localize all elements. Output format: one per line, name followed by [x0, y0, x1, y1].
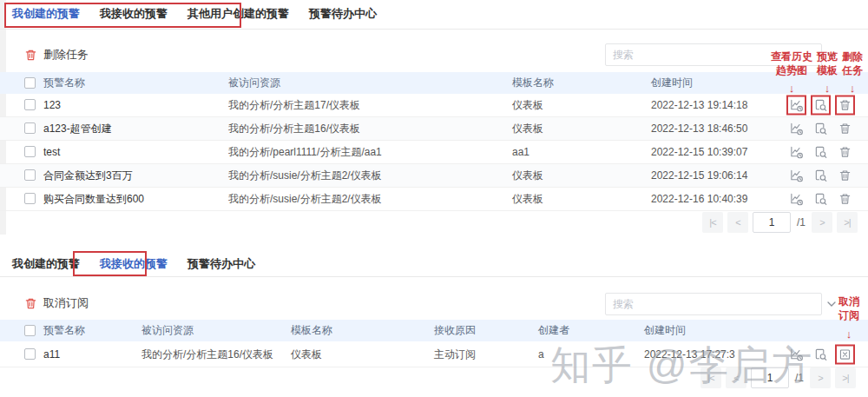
cell-resource: 我的分析/pearl1111/分析主题/aa1: [228, 141, 382, 163]
first-page-button[interactable]: |<: [700, 367, 721, 388]
row-checkbox[interactable]: [24, 348, 36, 360]
annotation-text: 订阅: [838, 309, 859, 321]
col-header-reason: 接收原因: [434, 320, 476, 341]
cell-reason: 主动订阅: [434, 341, 476, 367]
cell-alert-name: 123: [43, 94, 61, 116]
next-page-button[interactable]: >: [810, 367, 831, 388]
annotation-text: 取消: [838, 295, 859, 308]
next-page-button[interactable]: >: [812, 212, 832, 233]
template-preview-icon[interactable]: [811, 166, 831, 186]
tab-received-alerts[interactable]: 我接收的预警: [100, 0, 168, 29]
col-header-template: 模板名称: [512, 72, 554, 94]
row-checkbox[interactable]: [24, 146, 36, 157]
cell-template: aa1: [512, 141, 529, 163]
delete-icon[interactable]: [835, 189, 855, 209]
template-preview-icon[interactable]: [811, 189, 831, 209]
annotation-preview: 预览 模板 ↓: [817, 50, 838, 96]
table-row: a123-超管创建 我的分析/分析主题16/仪表板 仪表板 2022-12-13…: [0, 117, 868, 141]
cell-resource: 我的分析/分析主题16/仪表板: [228, 117, 360, 140]
trend-chart-icon[interactable]: [786, 189, 806, 209]
annotation-text: 趋势图: [776, 63, 807, 77]
annotation-text: 删除: [842, 50, 863, 63]
row-checkbox[interactable]: [24, 99, 36, 110]
row-checkbox[interactable]: [24, 122, 36, 134]
delete-icon[interactable]: [835, 119, 855, 139]
delete-icon[interactable]: [835, 96, 855, 116]
annotation-unsubscribe: 取消 订阅 ↓: [833, 294, 865, 341]
annotation-delete: 删除 任务 ↓: [842, 50, 863, 96]
tab-my-created-alerts-2[interactable]: 我创建的预警: [12, 250, 80, 276]
row-checkbox[interactable]: [24, 193, 36, 204]
down-arrow: ↓: [825, 82, 831, 96]
cell-created: 2022-12-13 17:27:3: [644, 341, 735, 367]
trash-icon: [24, 297, 37, 310]
unsubscribe-icon[interactable]: [835, 344, 855, 364]
cancel-subscription-button[interactable]: 取消订阅: [24, 295, 89, 311]
table-row: 123 我的分析/分析主题17/仪表板 仪表板 2022-12-13 19:14…: [0, 94, 868, 117]
cell-template: 仪表板: [512, 117, 543, 140]
col-header-resource: 被访问资源: [141, 320, 194, 341]
table-row: a11 我的分析/分析主题16/仪表板 仪表板 主动订阅 a 2022-12-1…: [0, 341, 868, 367]
col-header-created: 创建时间: [651, 72, 693, 94]
cell-created: 2022-12-16 10:40:39: [651, 188, 747, 210]
page-number-input[interactable]: [753, 212, 791, 233]
table2-header: 预警名称 被访问资源 模板名称 接收原因 创建者 创建时间: [0, 320, 868, 341]
col-header-resource: 被访问资源: [228, 72, 280, 94]
trend-chart-icon[interactable]: [786, 344, 806, 364]
down-arrow: ↓: [789, 82, 795, 96]
table-row: 购买合同数量达到600 我的分析/susie/分析主题2/仪表板 仪表板 202…: [0, 188, 868, 211]
template-preview-icon[interactable]: [811, 119, 831, 139]
cell-created: 2022-12-13 18:46:50: [651, 117, 747, 140]
tab-alert-todo-center[interactable]: 预警待办中心: [309, 0, 377, 29]
tab-my-created-alerts[interactable]: 我创建的预警: [12, 0, 80, 29]
page-total: /1: [795, 372, 804, 384]
cell-template: 仪表板: [512, 94, 543, 116]
cell-alert-name: 合同金额达到3百万: [43, 164, 133, 187]
cell-alert-name: test: [43, 141, 60, 163]
annotation-icon-labels: 查看历史 趋势图 ↓ 预览 模板 ↓ 删除 任务 ↓: [771, 50, 863, 96]
search-input-2[interactable]: [605, 293, 822, 315]
col-header-template: 模板名称: [291, 320, 332, 341]
delete-task-button[interactable]: 删除任务: [24, 47, 89, 63]
template-preview-icon[interactable]: [811, 344, 831, 364]
trend-chart-icon[interactable]: [786, 119, 806, 139]
cell-resource: 我的分析/分析主题16/仪表板: [141, 341, 273, 367]
cell-template: 仪表板: [291, 341, 322, 367]
page-number-input[interactable]: [751, 367, 789, 388]
tab-alert-todo-center-2[interactable]: 预警待办中心: [187, 250, 255, 276]
col-header-creator: 创建者: [538, 320, 569, 341]
down-arrow: ↓: [833, 328, 865, 341]
annotation-text: 查看历史: [771, 50, 812, 63]
delete-task-label: 删除任务: [43, 47, 89, 63]
template-preview-icon[interactable]: [811, 96, 831, 116]
pagination: |< < /1 > >|: [702, 212, 858, 233]
cancel-subscription-label: 取消订阅: [43, 295, 89, 311]
delete-icon[interactable]: [835, 142, 855, 162]
trend-chart-icon[interactable]: [786, 96, 806, 116]
tab-other-users-alerts[interactable]: 其他用户创建的预警: [187, 0, 289, 29]
table-row: 合同金额达到3百万 我的分析/susie/分析主题2/仪表板 仪表板 2022-…: [0, 164, 868, 188]
prev-page-button[interactable]: <: [727, 212, 748, 233]
cell-template: 仪表板: [512, 164, 543, 187]
trend-chart-icon[interactable]: [786, 166, 806, 186]
table-row: test 我的分析/pearl1111/分析主题/aa1 aa1 2022-12…: [0, 141, 868, 164]
tab-received-alerts-2[interactable]: 我接收的预警: [100, 250, 168, 276]
cell-alert-name: a11: [43, 341, 60, 367]
last-page-button[interactable]: >|: [835, 367, 856, 388]
pagination-2: |< < /1 > >|: [700, 367, 856, 388]
cell-resource: 我的分析/susie/分析主题2/仪表板: [228, 188, 382, 210]
select-all-checkbox[interactable]: [24, 77, 36, 89]
delete-icon[interactable]: [835, 166, 855, 186]
annotation-text: 预览: [817, 50, 838, 63]
col-header-created: 创建时间: [644, 320, 686, 341]
last-page-button[interactable]: >|: [837, 212, 858, 233]
trend-chart-icon[interactable]: [786, 142, 806, 162]
page-total: /1: [797, 216, 806, 228]
template-preview-icon[interactable]: [811, 142, 831, 162]
first-page-button[interactable]: |<: [702, 212, 723, 233]
annotation-trend: 查看历史 趋势图 ↓: [771, 50, 812, 96]
prev-page-button[interactable]: <: [726, 367, 746, 388]
select-all-checkbox-2[interactable]: [24, 325, 36, 336]
annotation-text: 任务: [842, 63, 863, 77]
row-checkbox[interactable]: [24, 169, 36, 181]
